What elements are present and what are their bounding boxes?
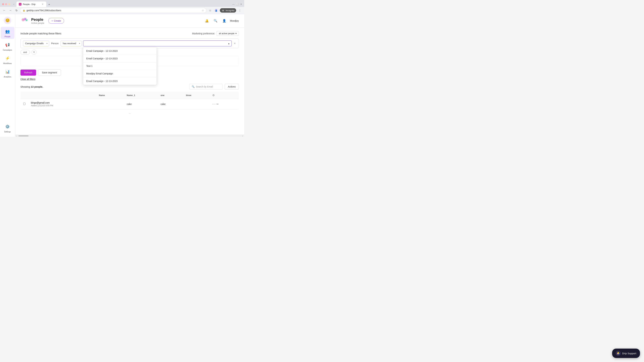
page-title: People [31,17,44,22]
sidebar-label-settings: Settings [4,131,11,133]
create-button[interactable]: + Create [48,18,64,24]
tab-close-btn[interactable]: × [41,3,44,5]
header-right: 🔔 🔍 👤 Moodjoy [204,18,239,24]
row-actions-cell: ··· ✏ [210,99,239,109]
more-rows-indicator: ... [21,109,239,117]
star-icon[interactable]: ☆ [202,9,204,12]
row-edit-button[interactable]: ✏ [216,103,219,106]
campaign-option-3[interactable]: Moodjoy Email Campaign [83,70,157,77]
campaign-option-2[interactable]: Test 1 [83,62,157,70]
campaign-option-1[interactable]: Email Campaign - 12-13-2023 [83,55,157,62]
campaign-option-4[interactable]: Email Campaign - 12-13-2023 [83,77,157,85]
browser-toolbar: ← → ↻ 🔒 getdrip.com/7641396/subscribers … [0,7,244,14]
save-segment-button[interactable]: Save segment [38,69,61,76]
reload-button[interactable]: ↻ [14,8,19,13]
marketing-preference: Marketing preference: all active people … [192,31,239,36]
sidebar-item-workflows[interactable]: ⚡ Workflows [1,54,14,66]
scroll-right-arrow[interactable]: › [242,135,243,137]
col-settings[interactable]: ⚙ [210,92,239,99]
people-table: Name Name_1 one three ⚙ [20,91,239,117]
select-row-checkbox[interactable] [23,103,26,105]
campaign-option-0[interactable]: Email Campaign - 12-13-2023 [83,47,157,55]
minimize-icon[interactable]: — [232,3,234,5]
col-one[interactable]: one [158,92,183,99]
scrollbar-thumb[interactable] [18,135,28,136]
table-section: Showing 13 people. 🔍 Search by Email Act… [20,84,239,117]
page-title-group: People Active people [31,17,44,24]
refresh-button[interactable]: Refresh [20,69,36,76]
row-more-button[interactable]: ··· [212,102,216,106]
svg-point-10 [26,19,27,21]
filter-row: Campaign Emails Person has received ▴ [20,38,239,48]
incognito-badge[interactable]: Incognito [220,8,236,12]
bell-icon: 🔔 [205,19,209,23]
row-added-date: Added 12/12/23 5:55 PM [31,104,94,107]
plus-icon: + [52,19,53,22]
profile-button[interactable]: 👤 [214,8,218,13]
settings-icon: ⚙️ [4,123,11,130]
sidebar-item-people[interactable]: 👥 People [1,27,14,39]
campaign-dropdown-trigger[interactable]: ▴ [83,40,232,46]
page-header-icon [20,17,28,25]
window-close-btn[interactable] [2,3,4,5]
showing-prefix: Showing [20,85,30,88]
filters-area: Include people matching these filters Ma… [15,28,244,135]
sidebar-item-analytics[interactable]: 📊 Analytics [1,67,14,79]
user-icon: 👤 [222,19,226,23]
filter-condition-select[interactable]: has received [60,40,82,46]
notifications-button[interactable]: 🔔 [204,18,210,24]
address-bar[interactable]: 🔒 getdrip.com/7641396/subscribers ☆ [20,8,206,13]
window-maximize-btn[interactable] [8,3,10,5]
sidebar-label-workflows: Workflows [3,62,12,64]
tab-title: People · Drip [23,3,36,5]
showing-count: 13 people. [31,85,43,88]
sidebar: 😊 👥 People 📢 Campaigns ⚡ Workflows 📊 Ana… [0,14,15,137]
more-button[interactable]: ⋮ [238,8,242,13]
search-box[interactable]: 🔍 Search by Email [189,84,223,89]
sidebar-logo: 😊 [4,17,11,24]
clear-filters-link[interactable]: Clear all filters [20,78,36,80]
column-settings-button[interactable]: ⚙ [212,94,215,97]
url-display: getdrip.com/7641396/subscribers [26,9,200,12]
sidebar-label-campaigns: Campaigns [3,49,12,51]
sidebar-item-settings[interactable]: ⚙️ Settings [1,122,14,134]
col-name[interactable]: Name [96,92,124,99]
sidebar-item-campaigns[interactable]: 📢 Campaigns [1,40,14,52]
bookmark-button[interactable]: ☆ [208,8,212,13]
incognito-label: Incognito [226,9,234,12]
browser-tabs: D People · Drip × + [16,1,52,7]
close-icon[interactable]: ✕ [240,3,242,5]
checkbox-header [21,92,28,99]
tab-chevron-left[interactable]: ‹ [13,2,15,6]
restore-icon[interactable]: ⬜ [236,3,239,5]
back-button[interactable]: ← [2,8,7,13]
marketing-label: Marketing preference: [192,32,215,35]
scroll-left-arrow[interactable]: ‹ [16,135,17,137]
campaigns-icon: 📢 [4,41,11,48]
col-three[interactable]: three [183,92,210,99]
new-tab-button[interactable]: + [47,2,52,7]
window-minimize-btn[interactable] [5,3,7,5]
tab-favicon: D [19,3,22,5]
svg-point-8 [22,19,24,20]
forward-button[interactable]: → [8,8,13,13]
user-profile-button[interactable]: 👤 [221,18,227,24]
svg-point-4 [223,10,224,11]
marketing-dropdown[interactable]: all active people ▾ [217,31,239,36]
col-name1[interactable]: Name_1 [124,92,158,99]
active-tab[interactable]: D People · Drip × [16,1,46,7]
filter-close-button[interactable]: × [233,41,236,46]
actions-button[interactable]: Actions [225,84,239,89]
filter-person: Person [50,42,59,45]
search-button[interactable]: 🔍 [212,18,218,24]
horizontal-scrollbar[interactable]: ‹ › [15,135,244,137]
filter-condition-wrap: has received [60,40,82,46]
campaign-chevron-up-icon: ▴ [228,42,230,45]
table-row: bingo@gmail.com Added 12/12/23 5:55 PM c… [21,99,239,109]
add-filter-button[interactable]: + [32,50,36,55]
filter-type-select[interactable]: Campaign Emails [23,40,49,46]
row-checkbox[interactable] [21,99,28,109]
sidebar-label-people: People [4,35,10,37]
search-placeholder: Search by Email [196,85,213,88]
and-badge[interactable]: and [20,50,30,55]
